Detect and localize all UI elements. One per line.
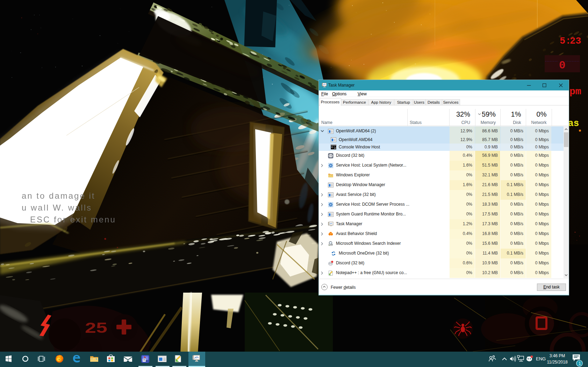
- svg-text:25: 25: [85, 320, 107, 336]
- svg-text:0: 0: [559, 59, 566, 72]
- svg-text:5:: 5:: [560, 36, 571, 46]
- svg-text:23: 23: [570, 36, 581, 46]
- svg-text:an to damage it: an to damage it: [22, 191, 95, 200]
- svg-text:ESC for exit menu: ESC for exit menu: [30, 215, 116, 224]
- svg-text:C:\.: C:\.: [331, 146, 336, 149]
- svg-text:u wall W. walls: u wall W. walls: [22, 203, 92, 212]
- svg-text:pm: pm: [569, 86, 581, 97]
- svg-text:64: 64: [146, 360, 149, 362]
- svg-text:1: 1: [579, 361, 581, 366]
